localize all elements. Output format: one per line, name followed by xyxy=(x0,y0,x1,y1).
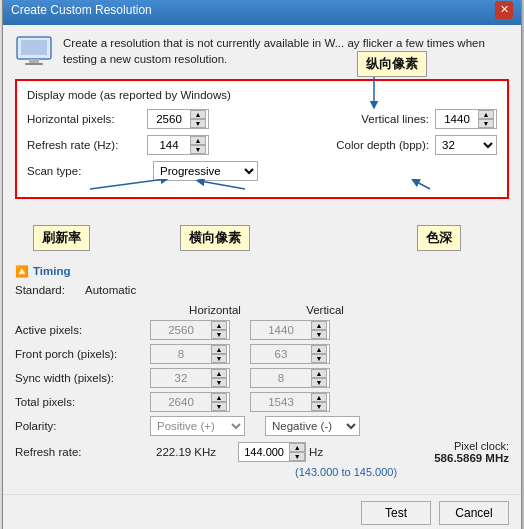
active-h-down[interactable]: ▼ xyxy=(211,330,227,339)
total-h-spinner: ▲ ▼ xyxy=(211,393,227,411)
display-mode-section: Display mode (as reported by Windows) Ho… xyxy=(15,79,509,199)
intro-text: Create a resolution that is not currentl… xyxy=(63,35,509,67)
standard-label: Standard: xyxy=(15,284,85,296)
hz-field[interactable] xyxy=(239,443,289,461)
sync-width-h-up[interactable]: ▲ xyxy=(211,369,227,378)
total-v-down[interactable]: ▼ xyxy=(311,402,327,411)
sync-width-v-field[interactable] xyxy=(251,369,311,387)
horizontal-col-header: Horizontal xyxy=(165,304,265,316)
horizontal-pixels-group: Horizontal pixels: ▲ ▼ xyxy=(27,109,313,129)
timing-chevron-icon[interactable]: 🔼 xyxy=(15,265,29,278)
polarity-v-select[interactable]: Negative (-) Positive (+) xyxy=(265,416,360,436)
total-h-field[interactable] xyxy=(151,393,211,411)
hz-group: ▲ ▼ Hz xyxy=(238,442,323,462)
sync-width-h-down[interactable]: ▼ xyxy=(211,378,227,387)
front-porch-h-up[interactable]: ▲ xyxy=(211,345,227,354)
sync-width-h-spinner: ▲ ▼ xyxy=(211,369,227,387)
sync-width-v-down[interactable]: ▼ xyxy=(311,378,327,387)
refresh-rate-down[interactable]: ▼ xyxy=(190,145,206,154)
hz-input[interactable]: ▲ ▼ xyxy=(238,442,306,462)
total-v-spinner: ▲ ▼ xyxy=(311,393,327,411)
vertical-lines-field[interactable] xyxy=(436,110,478,128)
vertical-lines-down[interactable]: ▼ xyxy=(478,119,494,128)
dialog-title: Create Custom Resolution xyxy=(11,3,152,17)
sync-width-h-field[interactable] xyxy=(151,369,211,387)
active-pixels-row: Active pixels: ▲ ▼ ▲ ▼ xyxy=(15,320,509,340)
display-mode-container: Display mode (as reported by Windows) Ho… xyxy=(15,79,509,199)
front-porch-v-up[interactable]: ▲ xyxy=(311,345,327,354)
total-pixels-row: Total pixels: ▲ ▼ ▲ ▼ xyxy=(15,392,509,412)
refresh-rate-up[interactable]: ▲ xyxy=(190,136,206,145)
horizontal-pixels-input[interactable]: ▲ ▼ xyxy=(147,109,209,129)
active-h-spinner: ▲ ▼ xyxy=(211,321,227,339)
horizontal-pixels-field[interactable] xyxy=(148,110,190,128)
active-pixels-h-input[interactable]: ▲ ▼ xyxy=(150,320,230,340)
dialog-body: Create a resolution that is not currentl… xyxy=(3,25,521,494)
timing-section: 🔼 Timing Standard: Automatic Horizontal … xyxy=(15,265,509,478)
active-pixels-v-field[interactable] xyxy=(251,321,311,339)
refresh-rate-timing-value: 222.19 KHz xyxy=(156,446,216,458)
refresh-rate-input[interactable]: ▲ ▼ xyxy=(147,135,209,155)
front-porch-v-field[interactable] xyxy=(251,345,311,363)
front-porch-h-spinner: ▲ ▼ xyxy=(211,345,227,363)
total-h-input[interactable]: ▲ ▼ xyxy=(150,392,230,412)
active-pixels-label: Active pixels: xyxy=(15,324,150,336)
total-pixels-label: Total pixels: xyxy=(15,396,150,408)
vertical-lines-label: Vertical lines: xyxy=(329,113,429,125)
horizontal-pixels-label: Horizontal pixels: xyxy=(27,113,147,125)
hz-spinner: ▲ ▼ xyxy=(289,443,305,461)
refresh-rate-label: Refresh rate (Hz): xyxy=(27,139,147,151)
scan-type-label: Scan type: xyxy=(27,165,147,177)
cancel-button[interactable]: Cancel xyxy=(439,501,509,525)
horizontal-pixels-spinner: ▲ ▼ xyxy=(190,110,206,128)
total-v-up[interactable]: ▲ xyxy=(311,393,327,402)
total-v-field[interactable] xyxy=(251,393,311,411)
svg-rect-3 xyxy=(25,63,43,65)
hz-up[interactable]: ▲ xyxy=(289,443,305,452)
sync-width-v-up[interactable]: ▲ xyxy=(311,369,327,378)
sync-width-h-input[interactable]: ▲ ▼ xyxy=(150,368,230,388)
svg-rect-2 xyxy=(29,59,39,63)
polarity-h-select[interactable]: Positive (+) Negative (-) xyxy=(150,416,245,436)
sync-width-v-spinner: ▲ ▼ xyxy=(311,369,327,387)
dialog-footer: Test Cancel xyxy=(3,494,521,530)
vertical-lines-group: Vertical lines: ▲ ▼ xyxy=(329,109,497,129)
refresh-rate-field[interactable] xyxy=(148,136,190,154)
refresh-rate-group: Refresh rate (Hz): ▲ ▼ xyxy=(27,135,313,155)
total-h-up[interactable]: ▲ xyxy=(211,393,227,402)
active-h-up[interactable]: ▲ xyxy=(211,321,227,330)
horizontal-pixels-down[interactable]: ▼ xyxy=(190,119,206,128)
scan-type-select[interactable]: Progressive Interlaced xyxy=(153,161,258,181)
front-porch-v-down[interactable]: ▼ xyxy=(311,354,327,363)
color-depth-select[interactable]: 32 16 xyxy=(435,135,497,155)
test-button[interactable]: Test xyxy=(361,501,431,525)
front-porch-row: Front porch (pixels): ▲ ▼ ▲ ▼ xyxy=(15,344,509,364)
standard-row: Standard: Automatic xyxy=(15,284,509,296)
total-h-down[interactable]: ▼ xyxy=(211,402,227,411)
timing-header: 🔼 Timing xyxy=(15,265,509,278)
active-pixels-h-field[interactable] xyxy=(151,321,211,339)
vertical-lines-input[interactable]: ▲ ▼ xyxy=(435,109,497,129)
horizontal-pixels-up[interactable]: ▲ xyxy=(190,110,206,119)
hz-down[interactable]: ▼ xyxy=(289,452,305,461)
front-porch-v-input[interactable]: ▲ ▼ xyxy=(250,344,330,364)
active-v-down[interactable]: ▼ xyxy=(311,330,327,339)
callout-color-depth: 色深 xyxy=(417,225,461,251)
sync-width-v-input[interactable]: ▲ ▼ xyxy=(250,368,330,388)
refresh-left: Refresh rate: 222.19 KHz ▲ ▼ Hz xyxy=(15,442,323,462)
front-porch-h-input[interactable]: ▲ ▼ xyxy=(150,344,230,364)
front-porch-h-field[interactable] xyxy=(151,345,211,363)
vertical-lines-up[interactable]: ▲ xyxy=(478,110,494,119)
active-pixels-v-input[interactable]: ▲ ▼ xyxy=(250,320,330,340)
front-porch-h-down[interactable]: ▼ xyxy=(211,354,227,363)
front-porch-v-spinner: ▲ ▼ xyxy=(311,345,327,363)
active-v-up[interactable]: ▲ xyxy=(311,321,327,330)
total-v-input[interactable]: ▲ ▼ xyxy=(250,392,330,412)
monitor-icon xyxy=(15,35,53,69)
vertical-lines-spinner: ▲ ▼ xyxy=(478,110,494,128)
vertical-col-header: Vertical xyxy=(275,304,375,316)
refresh-rate-row: Refresh rate: 222.19 KHz ▲ ▼ Hz xyxy=(15,440,509,464)
close-button[interactable]: ✕ xyxy=(495,1,513,19)
front-porch-label: Front porch (pixels): xyxy=(15,348,150,360)
form-row-pixels: Horizontal pixels: ▲ ▼ Vertical lines: xyxy=(27,109,497,129)
